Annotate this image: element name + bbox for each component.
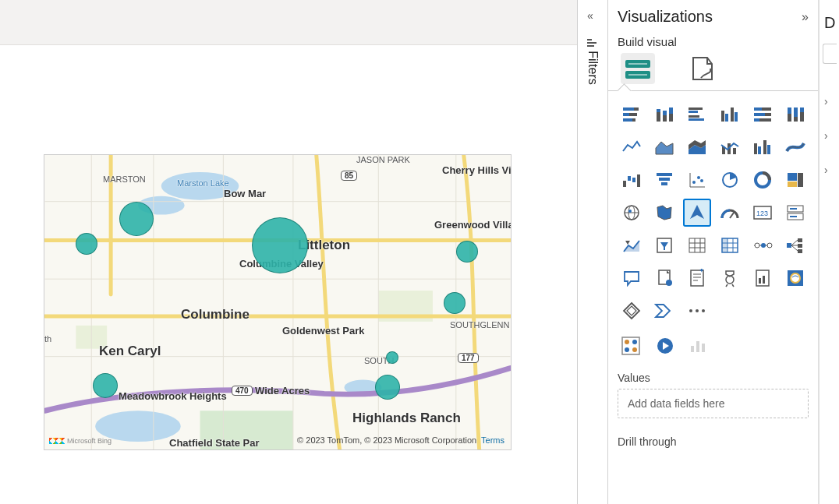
fields-caret-3[interactable]: ›	[824, 164, 828, 176]
line-chart-icon[interactable]	[618, 133, 646, 161]
slicer-chart-icon[interactable]	[650, 231, 678, 259]
stacked-bar-chart-icon[interactable]	[618, 100, 646, 129]
paginated-report-chart-icon[interactable]	[749, 264, 777, 292]
multi-row-card-chart-icon[interactable]	[781, 199, 809, 227]
powerautomate-chart-icon[interactable]	[650, 297, 678, 325]
svg-rect-143	[622, 337, 639, 354]
map-data-bubble[interactable]	[93, 373, 118, 398]
line-column-chart-icon[interactable]	[716, 133, 744, 161]
svg-rect-37	[689, 115, 699, 118]
donut-chart-icon[interactable]	[749, 166, 777, 194]
svg-rect-72	[661, 182, 667, 185]
svg-rect-152	[702, 344, 705, 352]
svg-point-142	[702, 309, 705, 312]
svg-line-88	[730, 213, 734, 218]
collapse-filters-icon[interactable]: «	[587, 9, 593, 22]
bing-logo: Microsoft Bing	[49, 437, 112, 445]
svg-rect-117	[798, 249, 802, 253]
ribbon-chart-icon[interactable]	[781, 133, 809, 161]
key-influencers-chart-icon[interactable]	[650, 264, 678, 292]
format-visual-icon	[690, 56, 717, 81]
expand-pane-icon[interactable]: »	[802, 10, 809, 24]
values-field-well[interactable]: Add data fields here	[618, 389, 809, 418]
values-field-label: Values	[618, 372, 809, 384]
svg-rect-42	[735, 112, 738, 122]
scatter-chart-icon[interactable]	[683, 166, 711, 194]
goals-chart-icon[interactable]	[716, 264, 744, 292]
svg-rect-34	[669, 107, 673, 114]
100-stacked-column-chart-icon[interactable]	[781, 100, 809, 129]
map-data-bubble[interactable]	[76, 233, 97, 255]
map-data-bubble[interactable]	[375, 375, 400, 400]
group-visual-icon[interactable]	[618, 333, 644, 359]
filters-pane-title[interactable]: Filters	[586, 51, 600, 85]
svg-point-144	[625, 340, 629, 344]
powerapps-chart-icon[interactable]	[618, 297, 646, 325]
table-chart-icon[interactable]	[683, 231, 711, 259]
narrative-chart-icon[interactable]: ✦	[683, 264, 711, 292]
arcgis-chart-icon[interactable]	[781, 264, 809, 292]
svg-point-145	[632, 340, 637, 344]
svg-rect-115	[798, 238, 802, 242]
report-canvas[interactable]: MARSTONMarston LakeJASON PARKCherry Hill…	[0, 45, 577, 504]
line-clustered-column-chart-icon[interactable]	[749, 133, 777, 161]
svg-rect-31	[663, 115, 667, 122]
clustered-column-chart-icon[interactable]	[716, 100, 744, 129]
svg-rect-69	[637, 174, 640, 187]
svg-rect-5	[200, 411, 293, 449]
map-data-bubble[interactable]	[252, 217, 308, 273]
map-attribution: © 2023 TomTom, © 2023 Microsoft Corporat…	[297, 435, 504, 445]
svg-rect-30	[657, 109, 660, 112]
svg-point-77	[700, 179, 703, 182]
azure-map-chart-icon[interactable]	[683, 199, 711, 227]
funnel-chart-icon[interactable]	[650, 166, 678, 194]
svg-rect-116	[798, 244, 802, 248]
gauge-chart-icon[interactable]	[716, 199, 744, 227]
svg-rect-62	[754, 143, 757, 154]
decomposition-tree-chart-icon[interactable]	[781, 231, 809, 259]
format-visual-tab[interactable]	[686, 53, 720, 84]
fields-caret-2[interactable]: ›	[824, 129, 828, 142]
r-visual-chart-icon[interactable]	[749, 231, 777, 259]
visualizations-pane: Visualizations » Build visual 123✦	[608, 0, 819, 504]
map-data-bubble[interactable]	[386, 351, 398, 364]
custom-visual-faded-icon[interactable]	[686, 333, 713, 359]
map-data-bubble[interactable]	[119, 202, 154, 236]
svg-rect-61	[733, 148, 736, 154]
treemap-chart-icon[interactable]	[781, 166, 809, 194]
filters-pane-collapsed: « Filters	[577, 0, 608, 504]
card-chart-icon[interactable]: 123	[749, 199, 777, 227]
svg-marker-87	[690, 205, 704, 219]
100-stacked-bar-chart-icon[interactable]	[749, 100, 777, 129]
build-visual-tab[interactable]	[621, 53, 655, 84]
filled-map-chart-icon[interactable]	[650, 199, 678, 227]
filters-icon[interactable]	[587, 37, 600, 50]
stacked-column-chart-icon[interactable]	[650, 100, 678, 129]
play-axis-icon[interactable]	[652, 333, 678, 359]
route-shield: 470	[232, 386, 253, 396]
more-visuals-icon[interactable]	[683, 297, 711, 325]
pie-chart-icon[interactable]	[716, 166, 744, 194]
svg-text:✦: ✦	[699, 269, 705, 274]
viz-tab-divider	[608, 90, 818, 91]
kpi-chart-icon[interactable]	[618, 231, 646, 259]
map-data-bubble[interactable]	[444, 292, 466, 314]
fields-caret-1[interactable]: ›	[824, 95, 828, 107]
map-data-bubble[interactable]	[456, 241, 478, 263]
svg-point-112	[761, 243, 766, 248]
svg-point-113	[767, 243, 772, 248]
qna-chart-icon[interactable]	[618, 264, 646, 292]
fields-search-sliver[interactable]	[823, 44, 837, 64]
svg-rect-70	[657, 173, 672, 176]
map-terms-link[interactable]: Terms	[481, 435, 504, 445]
stacked-area-chart-icon[interactable]	[683, 133, 711, 161]
matrix-chart-icon[interactable]	[716, 231, 744, 259]
map-surface[interactable]: MARSTONMarston LakeJASON PARKCherry Hill…	[44, 155, 511, 449]
map-chart-icon[interactable]	[618, 199, 646, 227]
map-visual[interactable]: MARSTONMarston LakeJASON PARKCherry Hill…	[44, 154, 512, 450]
svg-marker-96	[625, 241, 630, 245]
area-chart-icon[interactable]	[650, 133, 678, 161]
clustered-bar-chart-icon[interactable]	[683, 100, 711, 129]
waterfall-chart-icon[interactable]	[618, 166, 646, 194]
svg-point-141	[696, 309, 699, 312]
